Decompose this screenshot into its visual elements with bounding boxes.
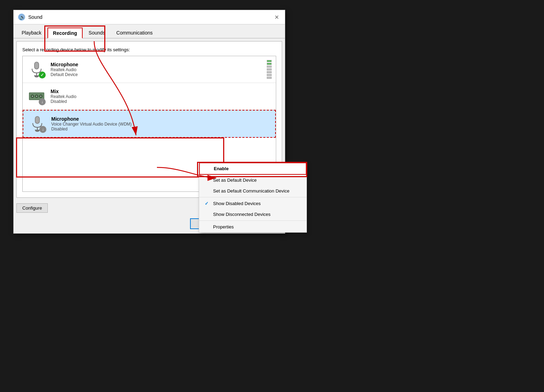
device-status-3: Disabled	[51, 127, 271, 131]
tabs-bar: Playback Recording Sounds Communications	[14, 24, 285, 38]
device-item-microphone-default[interactable]: ✓ Microphone Realtek Audio Default Devic…	[23, 56, 276, 83]
level-bar	[267, 71, 272, 73]
dialog-title: Sound	[28, 14, 42, 20]
device-status-2: Disabled	[51, 99, 272, 104]
level-bar	[267, 77, 272, 79]
svg-text:🔊: 🔊	[20, 14, 25, 20]
svg-point-19	[35, 130, 39, 132]
device-name-3: Microphone	[51, 116, 271, 122]
ctx-enable[interactable]: Enable	[199, 163, 307, 175]
device-item-voice-changer[interactable]: ↓ Microphone Voice Changer Virtual Audio…	[23, 110, 276, 138]
badge-down-3: ↓	[39, 126, 46, 133]
ctx-show-disabled[interactable]: ✓ Show Disabled Devices	[199, 198, 307, 209]
dialog-titlebar: 🔊 Sound ✕	[14, 10, 285, 24]
device-icon-wrap-2: ↓	[27, 86, 46, 106]
device-info-3: Microphone Voice Changer Virtual Audio D…	[51, 116, 271, 131]
device-status-1: Default Device	[51, 72, 264, 77]
svg-rect-3	[35, 62, 38, 69]
badge-green-1: ✓	[39, 71, 46, 78]
bottom-left-buttons: Configure	[16, 203, 48, 213]
ctx-set-default-comm[interactable]: Set as Default Communication Device	[199, 186, 307, 196]
device-name-1: Microphone	[51, 62, 264, 67]
device-icon-wrap-1: ✓	[27, 60, 46, 79]
close-button[interactable]: ✕	[272, 13, 281, 21]
level-bar	[267, 63, 272, 65]
context-menu: Enable Set as Default Device Set as Defa…	[199, 162, 307, 233]
tab-recording[interactable]: Recording	[47, 28, 83, 38]
level-bar	[267, 74, 272, 76]
tab-communications[interactable]: Communications	[111, 28, 158, 38]
ctx-separator-2	[199, 220, 307, 221]
device-info-1: Microphone Realtek Audio Default Device	[51, 62, 264, 77]
ctx-set-default[interactable]: Set as Default Device	[199, 175, 307, 186]
device-icon-wrap-3: ↓	[28, 114, 47, 134]
svg-point-6	[35, 75, 39, 77]
level-bars-1	[267, 60, 272, 79]
device-driver-1: Realtek Audio	[51, 67, 264, 72]
svg-rect-16	[36, 117, 39, 123]
svg-point-14	[40, 96, 41, 97]
device-driver-3: Voice Changer Virtual Audio Device (WDM)	[51, 122, 271, 127]
device-name-2: Mix	[51, 89, 272, 94]
tab-playback[interactable]: Playback	[16, 28, 47, 38]
tab-sounds[interactable]: Sounds	[83, 28, 110, 38]
instruction-text: Select a recording device below to modif…	[22, 47, 276, 52]
badge-down-2: ↓	[39, 98, 46, 105]
ctx-properties[interactable]: Properties	[199, 221, 307, 232]
title-left: 🔊 Sound	[18, 13, 42, 21]
ctx-show-disconnected[interactable]: Show Disconnected Devices	[199, 209, 307, 220]
svg-point-13	[36, 96, 37, 97]
ctx-show-disabled-check: ✓	[205, 201, 210, 206]
svg-point-12	[32, 96, 33, 97]
speaker-icon: 🔊	[18, 13, 25, 21]
device-info-2: Mix Realtek Audio Disabled	[51, 89, 272, 104]
device-item-mix[interactable]: ↓ Mix Realtek Audio Disabled	[23, 83, 276, 110]
ctx-separator-1	[199, 197, 307, 197]
level-bar	[267, 66, 272, 68]
configure-button[interactable]: Configure	[16, 203, 48, 213]
device-driver-2: Realtek Audio	[51, 94, 272, 99]
level-bar	[267, 68, 272, 70]
level-bar	[267, 60, 272, 62]
